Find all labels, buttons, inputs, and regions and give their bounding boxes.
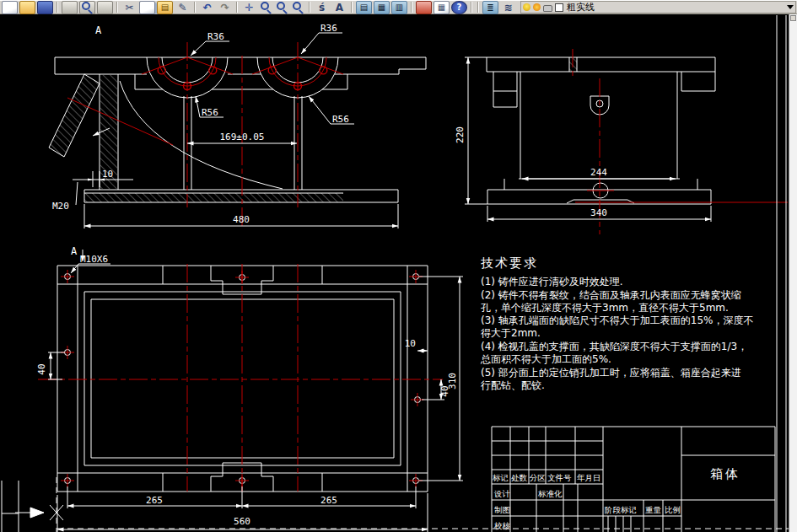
zoom-window-icon[interactable] xyxy=(275,2,289,13)
toolbar: 粗实线 xyxy=(0,0,797,14)
tech-line: 孔，单个缩孔深度不得大于3mm，直径不得大于5mm. xyxy=(481,302,729,314)
open-icon[interactable] xyxy=(19,1,35,14)
dim-480: 480 xyxy=(233,214,250,225)
tech-line: 总面积不得大于加工面的5%. xyxy=(480,353,611,365)
redo-icon[interactable] xyxy=(217,1,233,14)
tb-scale: 比例 xyxy=(665,505,681,514)
front-section-label: A xyxy=(95,24,102,36)
vertical-scrollbar[interactable] xyxy=(789,14,797,532)
tech-line: (2) 铸件不得有裂纹，结合面及轴承孔内表面应无蜂窝状缩 xyxy=(481,289,741,301)
toolbar-separator xyxy=(351,2,353,13)
dim-arrow xyxy=(88,179,93,181)
centerlines-side xyxy=(573,49,788,234)
toolbar-separator xyxy=(194,2,196,13)
new-icon[interactable] xyxy=(2,1,18,14)
layer-states-icon[interactable] xyxy=(500,1,516,14)
tb-standardize: 标准化 xyxy=(537,489,563,498)
toolbar-separator xyxy=(477,2,479,13)
tech-line: 得大于2mm. xyxy=(481,327,541,339)
tool-palettes-icon[interactable] xyxy=(391,1,407,14)
dim-r36-left: R36 xyxy=(207,31,224,42)
tb-weight: 重量 xyxy=(645,505,662,514)
text-style-icon[interactable] xyxy=(331,1,347,14)
tb-rev-docno: 文件号 xyxy=(547,473,572,482)
layer-lock-icon[interactable] xyxy=(543,5,552,12)
match-properties-icon[interactable] xyxy=(175,1,191,14)
copy-icon[interactable] xyxy=(139,1,155,14)
dim-10-front: 10 xyxy=(102,169,113,180)
drain-boss-hatch xyxy=(49,74,100,157)
toolbar-separator xyxy=(471,2,472,13)
side-view: 220 244 340 xyxy=(455,49,788,234)
scroll-up-icon[interactable] xyxy=(790,15,796,21)
zoom-realtime-icon[interactable] xyxy=(259,2,273,13)
dim-r56-right: R56 xyxy=(332,114,349,125)
dim-340: 340 xyxy=(590,207,607,218)
tb-stage: 阶段标记 xyxy=(605,505,637,514)
layer-on-icon[interactable] xyxy=(523,3,530,11)
tech-line: 行配钻、配铰. xyxy=(481,379,545,391)
cut-icon[interactable] xyxy=(121,1,137,14)
dim-560: 560 xyxy=(234,516,250,527)
tech-requirements: 技术要求 (1) 铸件应进行清砂及时效处理. (2) 铸件不得有裂纹，结合面及轴… xyxy=(480,255,753,391)
dim-r56-left: R56 xyxy=(202,107,218,118)
front-view: A R36 R36 R56 R56 169±0.05 480 10 M20 xyxy=(49,23,426,228)
toolbar-separator xyxy=(57,2,58,13)
tb-rev-mark: 标记 xyxy=(492,473,509,482)
layer-freeze-icon[interactable] xyxy=(533,3,541,11)
tech-line: (3) 轴承孔端面的缺陷尺寸不得大于加工表面的15%，深度不 xyxy=(481,314,753,326)
tb-design: 设计 xyxy=(493,489,511,498)
tb-draft: 制图 xyxy=(494,505,510,514)
dim-center-distance: 169±0.05 xyxy=(220,132,265,142)
toolbar-separator xyxy=(411,2,412,13)
toolbar-separator xyxy=(116,2,118,13)
tech-title: 技术要求 xyxy=(481,255,538,271)
table-icon[interactable] xyxy=(434,1,450,14)
tb-rev-count: 处数 xyxy=(511,473,528,482)
top-section-label: A xyxy=(71,245,78,257)
spell-icon[interactable] xyxy=(314,1,330,14)
layer-combo-value: 粗实线 xyxy=(567,1,595,13)
tb-rev-zone: 分区 xyxy=(529,473,546,482)
dim-m20: M20 xyxy=(52,201,69,212)
properties-icon[interactable] xyxy=(356,1,372,14)
help-icon[interactable] xyxy=(451,1,467,14)
undo-icon[interactable] xyxy=(199,1,215,14)
pan-icon[interactable] xyxy=(241,1,257,14)
design-center-icon[interactable] xyxy=(374,1,390,14)
dim-10-right: 10 xyxy=(405,338,416,349)
sheet-border xyxy=(2,15,789,532)
dim-40-left: 40 xyxy=(36,363,47,374)
dim-r36-right: R36 xyxy=(320,23,337,34)
dim-265-right: 265 xyxy=(320,495,337,506)
drawing-canvas[interactable]: A R36 R36 R56 R56 169±0.05 480 10 M20 xyxy=(0,14,789,532)
plot-preview-icon[interactable] xyxy=(79,1,95,14)
chevron-down-icon[interactable] xyxy=(787,5,794,9)
title-block: 标记 处数 分区 文件号 年月日 设计 标准化 制图 阶段标记 重量 比例 校核… xyxy=(492,427,775,532)
section-hatch-base xyxy=(84,193,343,202)
tb-check: 校核 xyxy=(493,521,511,530)
dim-244: 244 xyxy=(590,167,607,178)
part-name: 箱体 xyxy=(710,466,740,481)
layer-combo[interactable]: 粗实线 xyxy=(520,1,796,13)
paste-icon[interactable] xyxy=(157,1,173,14)
tech-line: (5) 部分面上的定位销孔加工时，应将箱盖、箱座合起来进 xyxy=(481,367,741,379)
dim-310: 310 xyxy=(447,373,458,390)
toolbar-separator xyxy=(236,2,238,13)
tech-line: (1) 铸件应进行清砂及时效处理. xyxy=(481,276,623,287)
tech-line: (4) 检视孔盖的支撑面，其缺陷深度不得大于支撑面的1/3， xyxy=(481,341,747,352)
toolbar-separator xyxy=(309,2,310,13)
publish-icon[interactable] xyxy=(97,1,113,14)
layer-properties-icon[interactable] xyxy=(482,1,498,14)
publish-pdf-icon[interactable] xyxy=(416,1,432,14)
dim-220: 220 xyxy=(455,126,466,143)
dim-265-left: 265 xyxy=(146,495,163,506)
plot-icon[interactable] xyxy=(62,1,78,14)
viewport-arrow-icon xyxy=(30,508,44,518)
side-dimensions xyxy=(465,57,711,222)
dim-m10x6: M10X6 xyxy=(80,254,108,265)
save-icon[interactable] xyxy=(37,1,53,14)
zoom-previous-icon[interactable] xyxy=(291,2,305,13)
cad-window: 粗实线 xyxy=(0,0,797,532)
tb-rev-date: 年月日 xyxy=(577,473,601,482)
